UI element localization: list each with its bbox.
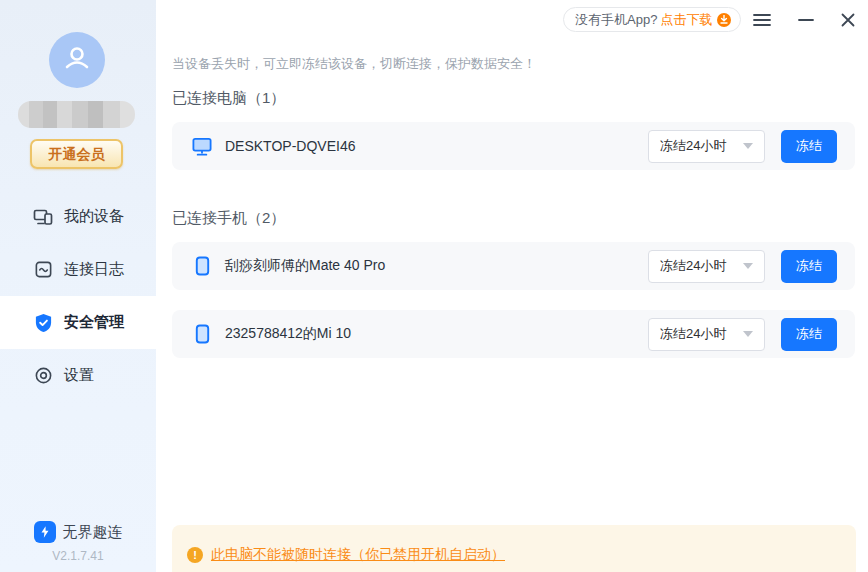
- freeze-duration-value: 冻结24小时: [660, 137, 726, 155]
- chevron-down-icon: [743, 331, 753, 337]
- monitor-icon: [192, 136, 212, 156]
- freeze-button[interactable]: 冻结: [781, 130, 837, 163]
- brand-block: 无界趣连 V2.1.7.41: [0, 521, 156, 563]
- freeze-duration-select[interactable]: 冻结24小时: [648, 250, 765, 283]
- autostart-warning-bar: ! 此电脑不能被随时连接（你已禁用开机自启动）: [172, 525, 856, 572]
- freeze-duration-select[interactable]: 冻结24小时: [648, 130, 765, 163]
- person-icon: [60, 41, 94, 79]
- device-name: DESKTOP-DQVEI46: [225, 138, 355, 154]
- sidebar-item-label: 连接日志: [64, 260, 124, 279]
- freeze-duration-select[interactable]: 冻结24小时: [648, 318, 765, 351]
- section-title-phones: 已连接手机（2）: [172, 209, 285, 228]
- device-row-phone: 2325788412的Mi 10 冻结24小时 冻结: [172, 310, 855, 358]
- avatar[interactable]: [49, 32, 105, 88]
- phone-icon: [192, 256, 212, 276]
- censored-username: [18, 101, 135, 128]
- phone-icon: [192, 324, 212, 344]
- log-icon: [33, 260, 53, 280]
- download-pill-action: 点击下载: [660, 11, 712, 29]
- sidebar-menu: 我的设备 连接日志 安全管理: [0, 190, 156, 402]
- chevron-down-icon: [743, 143, 753, 149]
- section-title-computers: 已连接电脑（1）: [172, 89, 285, 108]
- freeze-duration-value: 冻结24小时: [660, 325, 726, 343]
- sidebar: 开通会员 我的设备 连接: [0, 0, 156, 572]
- sidebar-item-security[interactable]: 安全管理: [0, 296, 156, 349]
- freeze-button[interactable]: 冻结: [781, 250, 837, 283]
- chevron-down-icon: [743, 263, 753, 269]
- sidebar-item-label: 我的设备: [64, 207, 124, 226]
- exclamation-icon: !: [187, 547, 203, 563]
- device-row-computer: DESKTOP-DQVEI46 冻结24小时 冻结: [172, 122, 855, 170]
- devices-icon: [33, 207, 53, 227]
- sidebar-item-label: 安全管理: [64, 313, 124, 332]
- app-name: 无界趣连: [63, 523, 123, 542]
- device-row-phone: 刮痧刻师傅的Mate 40 Pro 冻结24小时 冻结: [172, 242, 855, 290]
- sidebar-item-settings[interactable]: 设置: [0, 349, 156, 402]
- lightning-icon: [34, 521, 56, 543]
- device-name: 2325788412的Mi 10: [225, 325, 351, 343]
- close-button[interactable]: [836, 8, 860, 32]
- autostart-warning-link[interactable]: 此电脑不能被随时连接（你已禁用开机自启动）: [211, 546, 505, 564]
- sidebar-item-my-devices[interactable]: 我的设备: [0, 190, 156, 243]
- shield-check-icon: [33, 313, 53, 333]
- freeze-duration-value: 冻结24小时: [660, 257, 726, 275]
- sidebar-item-connection-log[interactable]: 连接日志: [0, 243, 156, 296]
- app-window: 开通会员 我的设备 连接: [0, 0, 868, 572]
- download-app-pill[interactable]: 没有手机App? 点击下载: [563, 7, 741, 32]
- settings-icon: [33, 366, 53, 386]
- download-icon: [717, 13, 731, 27]
- device-name: 刮痧刻师傅的Mate 40 Pro: [225, 257, 385, 275]
- sidebar-item-label: 设置: [64, 366, 94, 385]
- vip-upgrade-button[interactable]: 开通会员: [30, 139, 123, 169]
- download-pill-prefix: 没有手机App?: [575, 11, 657, 29]
- hamburger-menu-button[interactable]: [750, 8, 774, 32]
- freeze-button[interactable]: 冻结: [781, 318, 837, 351]
- app-version: V2.1.7.41: [0, 549, 156, 563]
- minimize-button[interactable]: [794, 8, 818, 32]
- security-tip-text: 当设备丢失时，可立即冻结该设备，切断连接，保护数据安全！: [172, 55, 536, 73]
